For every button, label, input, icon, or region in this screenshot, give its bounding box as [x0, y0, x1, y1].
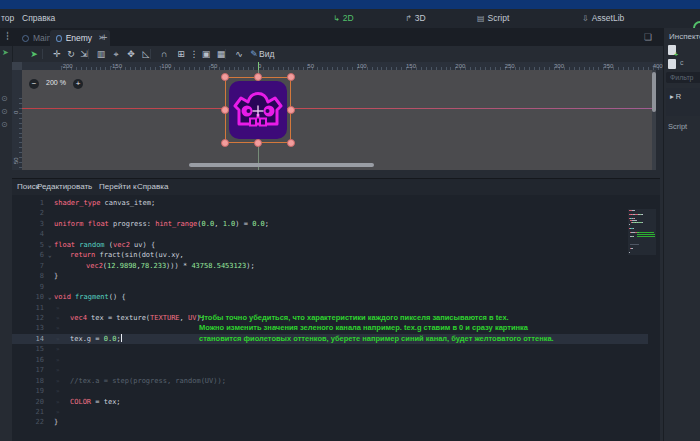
view-menu[interactable]: Вид — [259, 48, 274, 60]
selection-handle[interactable] — [287, 139, 295, 147]
smart-snap-icon[interactable]: ∩ — [157, 47, 171, 61]
code-line[interactable]: 2 — [12, 208, 648, 218]
tab-indent-mark: » — [56, 376, 60, 386]
pivot-icon[interactable]: ⌖ — [109, 47, 123, 61]
zoom-out-button[interactable]: − — [29, 79, 39, 89]
canvas-2d[interactable]: − 200 % + — [22, 70, 652, 170]
code-line[interactable]: 19» — [12, 386, 648, 396]
shader-code-editor[interactable]: 1shader_type canvas_item;23uniform float… — [12, 195, 660, 441]
code-line[interactable]: 4 — [12, 229, 648, 239]
code-token: void — [54, 293, 71, 301]
shader-menu-2[interactable]: Редактировать — [37, 181, 92, 193]
skeleton-icon[interactable]: ∿ — [232, 47, 246, 61]
code-token: canvas_item; — [100, 199, 155, 207]
dock-more-icon[interactable]: ⋮ — [3, 30, 12, 40]
selection-handle[interactable] — [254, 73, 262, 81]
code-line[interactable]: 16» — [12, 355, 648, 365]
h-ruler-label: 50 — [307, 62, 314, 70]
code-line[interactable]: 21» — [12, 407, 648, 417]
selection-handle[interactable] — [287, 106, 295, 114]
code-line[interactable]: 7vec2(12.9898,78.233))) * 43758.5453123)… — [12, 261, 648, 271]
h-ruler-label: -50 — [209, 62, 218, 70]
code-token: 43758.5453123 — [191, 262, 246, 270]
shader-menu-3[interactable]: Перейти к — [99, 181, 136, 193]
dock-expander-icon[interactable]: ⊙ — [1, 107, 8, 116]
line-number: 19 — [14, 386, 44, 396]
vertical-scrollbar[interactable] — [652, 72, 656, 112]
code-line[interactable]: 11» — [12, 303, 648, 313]
lock-icon[interactable]: ▣ — [199, 47, 213, 61]
minimap-bar — [642, 222, 643, 223]
node-circle-icon — [22, 35, 29, 42]
x-axis-line — [22, 108, 652, 109]
main-screen-assetlib[interactable]: ⇩AssetLib — [582, 12, 624, 25]
tab-indent-mark: » — [56, 344, 60, 354]
rotate-tool-icon[interactable]: ↻ — [64, 47, 78, 61]
grid-snap-icon[interactable]: ⊞ — [174, 47, 188, 61]
code-line[interactable]: 5⌄float random (vec2 uv) { — [12, 240, 648, 250]
tab-indent-mark: » — [56, 407, 60, 417]
main-screen-script[interactable]: ▤Script — [477, 12, 509, 25]
code-line[interactable]: 20»COLOR = tex; — [12, 397, 648, 407]
code-token: fract(sin(dot(uv.xy, — [95, 251, 184, 259]
selection-handle[interactable] — [287, 73, 295, 81]
inspector-section[interactable]: ▸ R — [666, 88, 700, 116]
toolbar-separator — [88, 49, 89, 59]
code-line[interactable]: 18»//tex.a = step(progress, random(UV)); — [12, 376, 648, 386]
code-token: progress: — [109, 220, 155, 228]
editor-menubar: тор Справка ↳2D↱3D▤Script⇩AssetLib — [0, 9, 700, 28]
selection-handle[interactable] — [221, 106, 229, 114]
code-line[interactable]: 15» — [12, 344, 648, 354]
fold-arrow-icon[interactable]: ⌄ — [48, 240, 52, 250]
horizontal-scrollbar[interactable] — [189, 163, 374, 167]
list-select-icon[interactable]: ▥ — [94, 47, 108, 61]
move-tool-icon[interactable]: ✛ — [50, 47, 64, 61]
fold-arrow-icon[interactable]: ⌄ — [48, 250, 52, 260]
code-line[interactable]: 17» — [12, 365, 648, 375]
vertical-ruler[interactable]: 0 50 — [12, 70, 22, 170]
tab-indent-mark: » — [56, 397, 60, 407]
dock-expander-icon[interactable]: ⊙ — [1, 120, 8, 129]
load-resource-icon[interactable] — [668, 59, 676, 69]
code-token: vec2 — [86, 262, 103, 270]
code-line[interactable]: 3uniform float progress: hint_range(0.0,… — [12, 219, 648, 229]
fold-arrow-icon[interactable]: ⌄ — [48, 292, 52, 302]
add-scene-tab-button[interactable]: + — [101, 31, 107, 43]
inspector-filter-input[interactable]: Фильтр — [666, 72, 700, 83]
new-resource-icon[interactable] — [668, 45, 676, 55]
assetlib-download-icon: ⇩ — [582, 14, 589, 23]
main-screen-3d[interactable]: ↱3D — [405, 12, 426, 25]
shader-menu-4[interactable]: Справка — [137, 181, 168, 193]
shader-menu-1[interactable]: Поиск — [17, 181, 39, 193]
code-token: , — [214, 220, 222, 228]
code-line[interactable]: 6⌄return fract(sin(dot(uv.xy, — [12, 250, 648, 260]
zoom-level-label[interactable]: 200 % — [41, 79, 71, 86]
main-screen-2d[interactable]: ↳2D — [333, 12, 354, 25]
code-line[interactable]: 10⌄void fragment() { — [12, 292, 648, 302]
scene-tab-label: Main — [33, 33, 51, 43]
dock-expander-icon[interactable]: ⊙ — [1, 94, 8, 103]
os-titlebar — [0, 0, 700, 9]
select-tool-icon[interactable]: ➤ — [27, 47, 41, 61]
zoom-in-button[interactable]: + — [73, 79, 83, 89]
menu-help[interactable]: Справка — [22, 12, 55, 25]
selection-handle[interactable] — [221, 139, 229, 147]
code-minimap[interactable] — [628, 209, 656, 255]
line-number: 22 — [14, 417, 44, 427]
code-line[interactable]: 22} — [12, 417, 648, 427]
code-line[interactable]: 1shader_type canvas_item; — [12, 198, 648, 208]
code-token: 1.0 — [223, 220, 236, 228]
code-line[interactable]: 9 — [12, 282, 648, 292]
v-ruler-label: 0 — [13, 111, 19, 114]
h-ruler-label: 350 — [603, 62, 613, 70]
horizontal-ruler[interactable]: -200-150-100-50050100150200250300350400 — [22, 62, 662, 70]
annotation-line: становится фиолетовых оттенков, уберете … — [199, 334, 589, 344]
code-line[interactable]: 8} — [12, 271, 648, 281]
menu-editor[interactable]: тор — [1, 12, 14, 25]
selection-handle[interactable] — [254, 139, 262, 147]
selection-handle[interactable] — [221, 73, 229, 81]
minimap-bar — [632, 210, 635, 211]
scene-tabbar: ⋮ MainEnemy✕ + ❏ — [0, 28, 663, 46]
pan-icon[interactable]: ✥ — [124, 47, 138, 61]
expand-viewport-icon[interactable]: ❏ — [644, 32, 652, 42]
